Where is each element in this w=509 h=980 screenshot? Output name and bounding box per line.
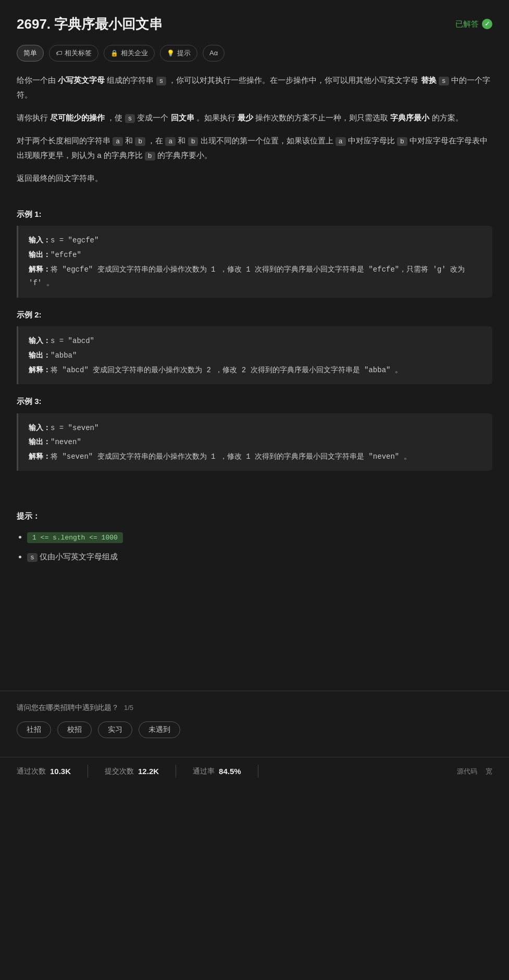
tag-difficulty[interactable]: 简单: [17, 45, 44, 62]
survey-options: 社招 校招 实习 未遇到: [17, 721, 492, 738]
example-3-output: 输出："neven": [29, 435, 482, 449]
bold-min-ops: 尽可能少的操作: [50, 113, 105, 122]
lightbulb-icon: 💡: [167, 48, 175, 58]
tag-related-tags-label: 相关标签: [65, 47, 92, 59]
stat-rate: 通过率 84.5%: [193, 765, 258, 778]
stat-rate-label: 通过率: [193, 765, 215, 778]
hint-constraint-suffix: 仅由小写英文字母组成: [40, 552, 118, 561]
example-2-title: 示例 2:: [17, 308, 492, 322]
example-3-title: 示例 3:: [17, 395, 492, 408]
stat-pass-value: 10.3K: [50, 765, 71, 778]
hint-list: 1 <= s.length <= 1000 s 仅由小写英文字母组成: [17, 530, 492, 564]
survey-page: 1/5: [124, 702, 133, 714]
example-1: 示例 1: 输入：s = "egcfe" 输出："efcfe" 解释：将 "eg…: [17, 207, 492, 298]
example-2-block: 输入：s = "abcd" 输出："abba" 解释：将 "abcd" 变成回文…: [17, 326, 492, 384]
wide-link[interactable]: 宽: [486, 766, 492, 777]
bold-palindrome: 回文串: [171, 113, 194, 122]
hints-title: 提示：: [17, 509, 492, 523]
example-2-output: 输出："abba": [29, 348, 482, 363]
inline-s1: s: [156, 77, 167, 85]
hint-s-code: s: [27, 553, 38, 562]
inline-a2: a: [165, 137, 176, 146]
inline-a1: a: [113, 137, 123, 146]
bold-replace: 替换: [421, 76, 437, 84]
tag-difficulty-label: 简单: [23, 47, 37, 59]
stat-pass-label: 通过次数: [17, 765, 46, 778]
stat-submit-value: 12.2K: [138, 765, 159, 778]
example-3-block: 输入：s = "seven" 输出："neven" 解释：将 "seven" 变…: [17, 413, 492, 471]
survey-option-3[interactable]: 未遇到: [139, 721, 180, 738]
survey-option-2[interactable]: 实习: [98, 721, 132, 738]
tag-related-companies[interactable]: 🔒 相关企业: [104, 45, 155, 62]
source-code-link[interactable]: 源代码: [457, 766, 477, 777]
check-icon: ✓: [482, 19, 492, 29]
inline-b4: b: [145, 152, 155, 161]
inline-b2: b: [188, 137, 198, 146]
hint-range-code: 1 <= s.length <= 1000: [27, 532, 123, 543]
page-title: 2697. 字典序最小回文串: [17, 13, 163, 35]
example-1-input: 输入：s = "egcfe": [29, 233, 482, 248]
example-3: 示例 3: 输入：s = "seven" 输出："neven" 解释：将 "se…: [17, 395, 492, 471]
stat-submit: 提交次数 12.2K: [105, 765, 176, 778]
tag-font[interactable]: Aα: [203, 45, 225, 62]
tag-related-companies-label: 相关企业: [121, 47, 148, 59]
inline-a3: a: [336, 137, 346, 146]
stat-pass: 通过次数 10.3K: [17, 765, 88, 778]
footer-survey: 请问您在哪类招聘中遇到此题？ 1/5 社招 校招 实习 未遇到: [0, 691, 509, 757]
desc-para4: 返回最终的回文字符串。: [17, 171, 492, 186]
inline-s2: s: [439, 77, 449, 85]
desc-para2: 请你执行 尽可能少的操作 ，使 s 变成一个 回文串 。如果执行 最少 操作次数…: [17, 111, 492, 125]
problem-description: 给你一个由 小写英文字母 组成的字符串 s ，你可以对其执行一些操作。在一步操作…: [17, 73, 492, 186]
tag-icon: 🏷: [56, 48, 62, 58]
survey-option-0[interactable]: 社招: [17, 721, 51, 738]
bold-min: 最少: [238, 113, 253, 122]
example-1-output: 输出："efcfe": [29, 248, 482, 262]
tag-related-tags[interactable]: 🏷 相关标签: [49, 45, 98, 62]
stats-row: 通过次数 10.3K 提交次数 12.2K 通过率 84.5% 源代码 宽: [0, 757, 509, 786]
survey-question: 请问您在哪类招聘中遇到此题？ 1/5: [17, 702, 492, 714]
example-1-block: 输入：s = "egcfe" 输出："efcfe" 解释：将 "egcfe" 变…: [17, 226, 492, 297]
inline-b3: b: [397, 137, 407, 146]
solved-badge: 已解答 ✓: [455, 17, 492, 31]
example-3-explanation: 解释：将 "seven" 变成回文字符串的最小操作次数为 1 ，修改 1 次得到…: [29, 449, 482, 464]
tag-hint-label: 提示: [177, 47, 191, 59]
inline-s3: s: [125, 114, 135, 123]
example-2-input: 输入：s = "abcd": [29, 334, 482, 348]
tags-row: 简单 🏷 相关标签 🔒 相关企业 💡 提示 Aα: [17, 45, 492, 62]
survey-option-1[interactable]: 校招: [57, 721, 92, 738]
stat-submit-label: 提交次数: [105, 765, 134, 778]
bold-lowercase: 小写英文字母: [58, 76, 105, 84]
hints-section: 提示： 1 <= s.length <= 1000 s 仅由小写英文字母组成: [17, 509, 492, 564]
font-icon: Aα: [209, 47, 218, 59]
example-1-title: 示例 1:: [17, 207, 492, 221]
stat-rate-value: 84.5%: [219, 765, 241, 778]
hint-item-2: s 仅由小写英文字母组成: [27, 550, 492, 564]
example-3-input: 输入：s = "seven": [29, 421, 482, 435]
desc-para3: 对于两个长度相同的字符串 a 和 b ，在 a 和 b 出现不同的第一个位置，如…: [17, 133, 492, 163]
solved-label: 已解答: [455, 17, 479, 31]
hint-item-1: 1 <= s.length <= 1000: [27, 530, 492, 544]
bold-lexmin: 字典序最小: [390, 113, 429, 122]
desc-para1: 给你一个由 小写英文字母 组成的字符串 s ，你可以对其执行一些操作。在一步操作…: [17, 73, 492, 102]
inline-b1: b: [135, 137, 145, 146]
stats-links: 源代码 宽: [457, 766, 492, 777]
lock-icon: 🔒: [110, 48, 118, 58]
example-2-explanation: 解释：将 "abcd" 变成回文字符串的最小操作次数为 2 ，修改 2 次得到的…: [29, 363, 482, 377]
example-2: 示例 2: 输入：s = "abcd" 输出："abba" 解释：将 "abcd…: [17, 308, 492, 384]
example-1-explanation: 解释：将 "egcfe" 变成回文字符串的最小操作次数为 1 ，修改 1 次得到…: [29, 262, 482, 290]
problem-header: 2697. 字典序最小回文串 已解答 ✓: [17, 13, 492, 35]
tag-hint[interactable]: 💡 提示: [160, 45, 197, 62]
